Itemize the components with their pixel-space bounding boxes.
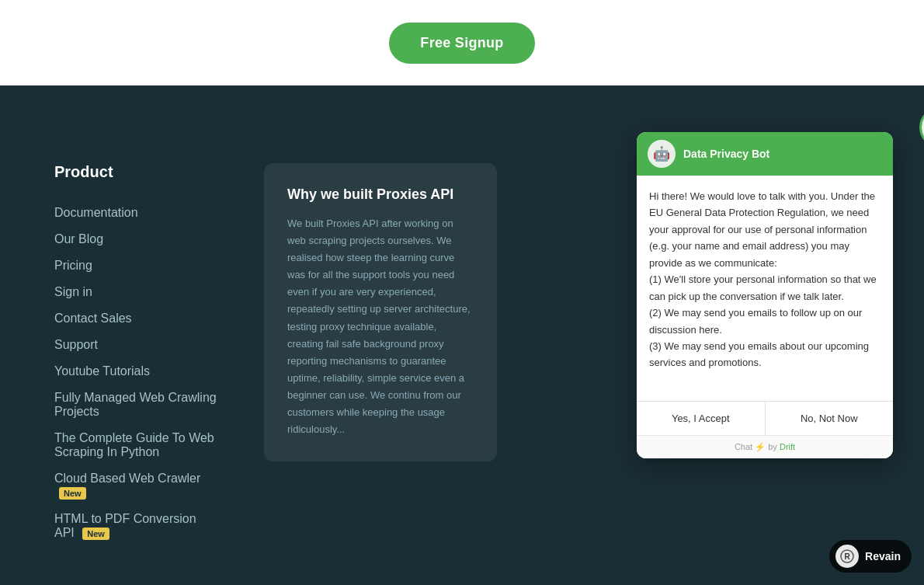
main-section: Product Documentation Our Blog Pricing S…: [0, 132, 924, 585]
chat-message-1: (1) We'll store your personal informatio…: [649, 271, 877, 305]
chat-header-robot-icon: 🤖: [653, 145, 670, 162]
revain-badge[interactable]: R Revain: [829, 540, 912, 573]
sidebar-item-crawling[interactable]: Fully Managed Web Crawling Projects: [54, 385, 217, 425]
sidebar-item-pdf[interactable]: HTML to PDF Conversion API New: [54, 506, 217, 546]
chat-scroll-area[interactable]: Hi there! We would love to talk with you…: [637, 176, 893, 401]
chat-message-intro: Hi there! We would love to talk with you…: [649, 188, 877, 271]
content-box: Why we built Proxies API We built Proxie…: [264, 163, 497, 461]
curve-divider: [0, 85, 924, 132]
new-badge-pdf: New: [82, 528, 109, 540]
drift-link[interactable]: Drift: [780, 442, 795, 451]
svg-text:R: R: [844, 552, 850, 561]
chat-footer-text: Chat: [735, 442, 752, 451]
sidebar-title: Product: [54, 163, 217, 181]
chat-header: 🤖 Data Privacy Bot: [637, 132, 893, 176]
chat-message-2: (2) We may send you emails to follow up …: [649, 305, 877, 338]
signup-button[interactable]: Free Signup: [389, 23, 534, 64]
sidebar-item-youtube[interactable]: Youtube Tutorials: [54, 358, 217, 385]
sidebar-item-crawler[interactable]: Cloud Based Web Crawler New: [54, 465, 217, 506]
chat-actions: Yes, I Accept No, Not Now: [637, 401, 893, 435]
lightning-icon: ⚡: [755, 442, 768, 451]
chat-widget: ✕ 🤖 Data Privacy Bot Hi there! We would …: [637, 132, 893, 458]
sidebar: Product Documentation Our Blog Pricing S…: [0, 163, 217, 585]
chat-message-3: (3) We may send you emails about our upc…: [649, 338, 877, 371]
top-section: Free Signup: [0, 0, 924, 85]
sidebar-item-guide[interactable]: The Complete Guide To Web Scraping In Py…: [54, 425, 217, 465]
chat-bot-name: Data Privacy Bot: [683, 148, 769, 160]
content-area: Why we built Proxies API We built Proxie…: [217, 163, 512, 585]
new-badge-crawler: New: [59, 487, 86, 500]
chat-accept-button[interactable]: Yes, I Accept: [637, 402, 766, 435]
chat-footer-by: by: [768, 442, 777, 451]
sidebar-item-documentation[interactable]: Documentation: [54, 200, 217, 226]
content-body: We built Proxies API after working on we…: [287, 215, 474, 438]
content-title: Why we built Proxies API: [287, 186, 474, 203]
revain-icon: R: [835, 545, 859, 568]
chat-decline-button[interactable]: No, Not Now: [766, 402, 894, 435]
sidebar-item-signin[interactable]: Sign in: [54, 279, 217, 305]
sidebar-item-support[interactable]: Support: [54, 332, 217, 358]
sidebar-item-pricing[interactable]: Pricing: [54, 252, 217, 279]
chat-header-avatar: 🤖: [648, 140, 676, 168]
sidebar-item-contact[interactable]: Contact Sales: [54, 305, 217, 332]
revain-label: Revain: [865, 550, 901, 562]
chat-footer: Chat ⚡ by Drift: [637, 435, 893, 458]
sidebar-item-blog[interactable]: Our Blog: [54, 226, 217, 252]
